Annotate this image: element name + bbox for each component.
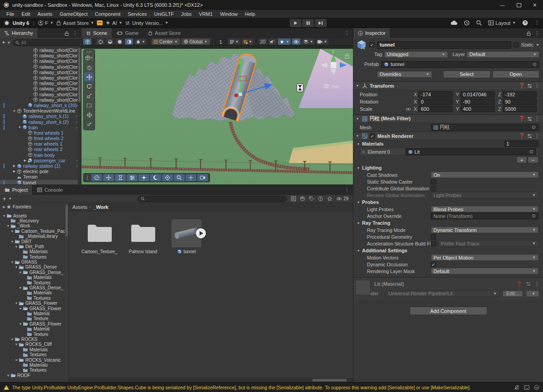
rect-tool[interactable] bbox=[84, 101, 94, 110]
project-tree-row[interactable]: Materials bbox=[0, 363, 68, 368]
prefab-chevron[interactable]: › bbox=[76, 158, 77, 163]
contribute-global-illumination-checkbox[interactable] bbox=[431, 186, 436, 191]
menu-jobs[interactable]: Jobs bbox=[177, 11, 195, 17]
breadcrumb-root[interactable]: Assets bbox=[72, 204, 87, 210]
hidden-count[interactable]: 29 bbox=[336, 196, 348, 201]
project-tree-row[interactable]: ▼GRASS_Dense_ bbox=[0, 270, 68, 275]
prefab-chevron[interactable]: › bbox=[76, 164, 77, 168]
light-probes-dropdown[interactable]: Blend Probes▼ bbox=[431, 206, 538, 213]
rotation-y-field[interactable]: -90 bbox=[461, 99, 495, 105]
help-icon[interactable]: ❓ bbox=[519, 83, 525, 89]
project-tree-row[interactable]: ▼ROCKS_Cliff bbox=[0, 342, 68, 347]
breadcrumb-current[interactable]: _Work bbox=[93, 204, 108, 210]
smoothing-icon[interactable] bbox=[138, 174, 149, 181]
hierarchy-row[interactable]: rear wheels 1 bbox=[0, 141, 81, 146]
menu-component[interactable]: Component bbox=[91, 11, 124, 17]
help-icon[interactable]: ❓ bbox=[519, 116, 525, 122]
expand-arrow[interactable]: ▼ bbox=[6, 224, 10, 227]
move-tool[interactable] bbox=[84, 72, 94, 81]
menu-unigltf[interactable]: UniGLTF bbox=[151, 11, 178, 17]
audio-toggle[interactable] bbox=[268, 38, 276, 45]
hierarchy-row[interactable]: rear wheels 2 bbox=[0, 146, 81, 152]
hierarchy-row[interactable]: railway_short(Clone) bbox=[0, 75, 81, 80]
expand-arrow[interactable]: ▼ bbox=[2, 214, 6, 217]
layers-button[interactable]: ▼ bbox=[302, 38, 314, 45]
half-sphere-button[interactable] bbox=[106, 38, 114, 45]
project-tree-row[interactable]: ▼ROCKS bbox=[0, 337, 68, 342]
layer-dropdown[interactable]: Default▼ bbox=[467, 51, 539, 58]
hierarchy-kebab-menu[interactable]: ⋮ bbox=[72, 30, 77, 36]
help-icon[interactable]: ❓ bbox=[519, 133, 525, 139]
static-dropdown[interactable]: ▼ bbox=[536, 43, 539, 47]
static-checkbox[interactable] bbox=[514, 42, 519, 47]
position-x-field[interactable]: -174 bbox=[419, 91, 452, 98]
menu-assets[interactable]: Assets bbox=[34, 11, 56, 17]
expand-arrow[interactable]: ▼ bbox=[14, 343, 19, 346]
effects-toggle[interactable]: ▼ bbox=[278, 38, 291, 45]
project-tree-row[interactable]: ▼ROCKS_Volcanic bbox=[0, 357, 68, 362]
component-kebab-menu[interactable]: ⋮ bbox=[534, 116, 539, 122]
receive-global-illumination-dropdown[interactable]: Light Probes▼ bbox=[431, 192, 538, 198]
debug-button[interactable]: ▼ bbox=[134, 38, 147, 45]
project-tree-row[interactable]: ▼GRASS bbox=[0, 260, 68, 264]
prefab-object-field[interactable]: tunnel ⊙ bbox=[381, 61, 539, 68]
search-icon[interactable] bbox=[476, 20, 482, 26]
probuilder-tool-icon[interactable] bbox=[91, 174, 102, 181]
expand-arrow[interactable]: ▼ bbox=[10, 338, 14, 341]
gameobject-prefab-icon[interactable] bbox=[356, 39, 367, 50]
material-thumbnail[interactable] bbox=[355, 280, 371, 295]
task-status-icon[interactable] bbox=[534, 385, 539, 390]
overlay-move-icon[interactable] bbox=[103, 174, 114, 181]
project-tree-row[interactable]: Materials bbox=[0, 275, 68, 280]
add-object-button[interactable]: + bbox=[2, 40, 5, 45]
search-window-icon[interactable] bbox=[291, 196, 296, 201]
project-tree-row[interactable]: Textures bbox=[0, 368, 68, 373]
grid-snap-button[interactable]: ▼ bbox=[228, 38, 240, 45]
rotate-tool[interactable] bbox=[84, 82, 94, 91]
hierarchy-row[interactable]: front wheels 1 bbox=[0, 130, 81, 136]
expand-arrow[interactable]: ▼ bbox=[18, 286, 23, 289]
expand-arrow[interactable]: ▶ bbox=[12, 170, 17, 173]
custom-tool[interactable] bbox=[84, 120, 94, 129]
asset-item-tunnel[interactable]: tunnel bbox=[168, 219, 205, 254]
status-bar[interactable]: The type Unity.ProBuilder UnityEngine.Pr… bbox=[0, 382, 543, 392]
pause-button[interactable] bbox=[302, 19, 314, 27]
expand-arrow[interactable]: ▼ bbox=[18, 307, 23, 310]
panel-kebab-menu[interactable]: ⋮ bbox=[344, 30, 349, 36]
hierarchy-row[interactable]: railway_short(Clone) bbox=[0, 86, 81, 91]
expand-arrow[interactable]: ▼ bbox=[14, 302, 19, 305]
expand-arrow[interactable]: ▼ bbox=[10, 240, 14, 243]
transform-tool[interactable] bbox=[84, 110, 94, 119]
close-button[interactable]: × bbox=[533, 1, 537, 9]
hierarchy-row[interactable]: railway_short_k (20)› bbox=[0, 103, 81, 108]
project-tree-row[interactable]: Materials bbox=[0, 347, 68, 352]
tab-inspector[interactable]: Inspector bbox=[353, 28, 391, 38]
component-enabled-checkbox[interactable]: ✓ bbox=[370, 133, 375, 139]
cloud-icon[interactable] bbox=[451, 20, 457, 25]
project-tree-row[interactable]: ▶Favorites bbox=[0, 204, 68, 209]
scale-y-field[interactable]: 400 bbox=[461, 106, 495, 112]
shader-dropdown[interactable]: Universal Render Pipeline/Lit▼ bbox=[386, 290, 499, 297]
project-tree-row[interactable]: Textures bbox=[0, 280, 68, 285]
expand-arrow[interactable]: ▼ bbox=[14, 265, 19, 269]
expand-arrow[interactable]: ▼ bbox=[12, 109, 17, 113]
tool-settings-button[interactable] bbox=[83, 38, 91, 45]
overlay-drag-handle[interactable]: ══ bbox=[86, 175, 89, 180]
hierarchy-row[interactable]: railway_short(Clone) bbox=[0, 58, 81, 64]
asset-item-palmov-island[interactable]: Palmov Island bbox=[125, 219, 161, 254]
presets-icon[interactable] bbox=[527, 84, 532, 88]
project-tree-row[interactable]: ▼DIRT bbox=[0, 239, 68, 244]
hierarchy-row[interactable]: railway_short(Clone) bbox=[0, 92, 81, 97]
camera-overlay-icon[interactable] bbox=[197, 174, 208, 181]
history-icon[interactable] bbox=[464, 20, 470, 26]
sphere-button[interactable] bbox=[115, 38, 124, 45]
project-tree-row[interactable]: Materials bbox=[0, 290, 68, 295]
tab-hierarchy[interactable]: Hierarchy bbox=[0, 28, 38, 38]
hierarchy-row[interactable]: ▶railway station (1)› bbox=[0, 163, 81, 169]
contrast-button[interactable] bbox=[125, 38, 133, 45]
hierarchy-row[interactable]: ▼train› bbox=[0, 125, 81, 130]
project-tree-row[interactable]: Textures bbox=[0, 352, 68, 357]
project-tree-row[interactable]: Textures bbox=[0, 255, 68, 260]
add-material-button[interactable]: + bbox=[516, 156, 527, 163]
gameobject-name-field[interactable]: tunnel bbox=[377, 41, 511, 49]
